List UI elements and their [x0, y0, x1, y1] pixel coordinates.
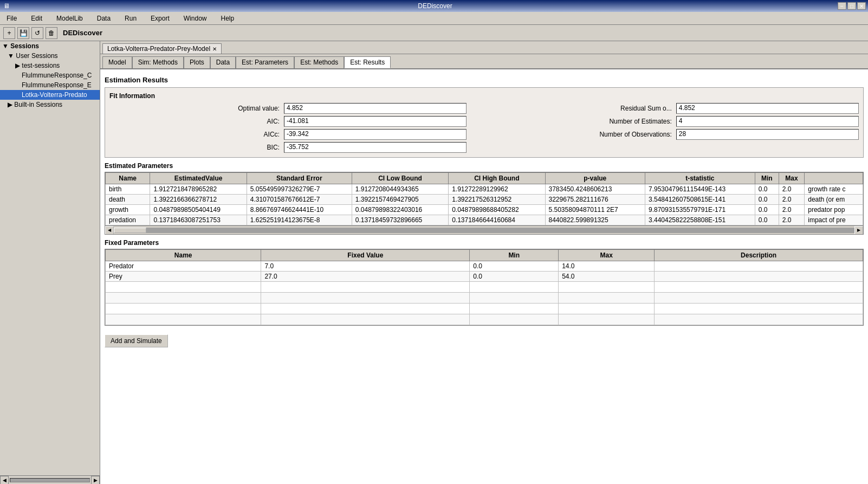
fixed-param-empty-cell: [655, 293, 863, 304]
user-sessions-node[interactable]: ▼ User Sessions: [0, 51, 100, 61]
col-min: Min: [755, 173, 779, 184]
estimated-param-cell-9: death (or em: [805, 195, 863, 205]
estimated-param-cell-6: 3.440425822258808E-151: [645, 215, 755, 225]
residual-label: Residual Sum o...: [471, 105, 672, 112]
estimated-params-hscrollbar[interactable]: ◀ ▶: [105, 225, 863, 234]
estimated-param-cell-0: birth: [106, 184, 150, 195]
maximize-button[interactable]: □: [847, 2, 856, 10]
estimated-params-scroll[interactable]: Name EstimatedValue Standard Error CI Lo…: [105, 172, 864, 235]
estimated-param-cell-7: 0.0: [755, 215, 779, 225]
new-button[interactable]: +: [3, 27, 15, 39]
estimated-param-row: predation0.137184630872517531.6252519141…: [106, 215, 863, 225]
tab-data[interactable]: Data: [210, 56, 236, 68]
menu-file[interactable]: File: [2, 14, 21, 23]
content-area: Lotka-Volterra-Predator-Prey-Model ✕ Mod…: [100, 41, 868, 484]
menu-window[interactable]: Window: [179, 14, 211, 23]
menu-export[interactable]: Export: [146, 14, 174, 23]
panel-tab-bar: Model Sim: Methods Plots Data Est: Param…: [100, 54, 868, 69]
num-obs-label: Number of Observations:: [471, 131, 672, 138]
fit-information-section: Fit Information Optimal value: 4.852 Res…: [105, 87, 864, 158]
estimated-param-cell-7: 0.0: [755, 184, 779, 195]
close-button[interactable]: ✕: [857, 2, 866, 10]
fixed-param-empty-cell: [470, 304, 559, 314]
built-in-label: Built-in Sessions: [14, 101, 62, 108]
app-title: DEDiscover: [63, 29, 102, 37]
fixed-param-cell-3: 54.0: [559, 272, 655, 282]
estimated-param-cell-5: 5.50358094870111 2E7: [545, 205, 645, 215]
fixed-params-section: Fixed Parameters Name Fixed Value Min Ma…: [105, 239, 864, 326]
estimated-param-row: growth0.048798985054041498.8667697466244…: [106, 205, 863, 215]
menu-data[interactable]: Data: [93, 14, 115, 23]
tab-model[interactable]: Model: [102, 56, 132, 68]
tab-est-parameters[interactable]: Est: Parameters: [236, 56, 294, 68]
estimated-params-section: Estimated Parameters Name EstimatedValue…: [105, 162, 864, 235]
refresh-button[interactable]: ↺: [31, 27, 43, 39]
test-sessions-node[interactable]: ▶ test-sessions: [0, 61, 100, 70]
estimated-param-cell-4: 1.392217526312952: [449, 195, 545, 205]
fixed-param-cell-3: 14.0: [559, 261, 655, 272]
optimal-label: Optimal value:: [109, 105, 280, 112]
estimated-param-cell-5: 8440822.599891325: [545, 215, 645, 225]
estimated-param-cell-6: 7.953047961115449E-143: [645, 184, 755, 195]
num-estimates-value: 4: [676, 116, 859, 127]
fixed-params-title: Fixed Parameters: [105, 239, 864, 247]
hscroll-thumb[interactable]: [114, 228, 146, 233]
menu-edit[interactable]: Edit: [27, 14, 47, 23]
built-in-sessions-node[interactable]: ▶ Built-in Sessions: [0, 100, 100, 109]
col-estimated-value: EstimatedValue: [150, 173, 247, 184]
estimated-param-cell-8: 2.0: [779, 184, 805, 195]
menu-run[interactable]: Run: [120, 14, 141, 23]
doc-tab-close[interactable]: ✕: [212, 46, 217, 52]
user-sessions-collapse-icon: ▼: [8, 52, 16, 60]
sidebar-item-2[interactable]: Lotka-Volterra-Predato: [0, 90, 100, 100]
num-estimates-label: Number of Estimates:: [471, 118, 672, 125]
hscroll-left-btn[interactable]: ◀: [105, 226, 114, 235]
doc-tab-lotka[interactable]: Lotka-Volterra-Predator-Prey-Model ✕: [102, 43, 222, 54]
col-t-stat: t-statistic: [645, 173, 755, 184]
tab-plots[interactable]: Plots: [184, 56, 210, 68]
estimated-param-cell-9: impact of pre: [805, 215, 863, 225]
fixed-param-empty-row: [106, 282, 863, 293]
sidebar-scrollbar: ◀ ▶: [0, 475, 100, 484]
test-sessions-collapse-icon: ▶: [15, 62, 22, 69]
tab-est-methods[interactable]: Est: Methods: [294, 56, 344, 68]
fixed-param-empty-cell: [470, 282, 559, 293]
sidebar-item-0[interactable]: FluImmuneResponse_C: [0, 70, 100, 80]
hscroll-track[interactable]: [114, 228, 854, 233]
fixed-param-empty-cell: [559, 293, 655, 304]
delete-button[interactable]: 🗑: [46, 27, 57, 39]
doc-tab-label: Lotka-Volterra-Predator-Prey-Model: [107, 45, 210, 53]
estimated-param-cell-7: 0.0: [755, 195, 779, 205]
estimated-param-cell-1: 0.13718463087251753: [150, 215, 247, 225]
hscroll-right-btn[interactable]: ▶: [854, 226, 863, 235]
tab-est-results[interactable]: Est: Results: [344, 56, 391, 68]
sidebar-scroll-left[interactable]: ◀: [0, 476, 9, 485]
menu-help[interactable]: Help: [216, 14, 238, 23]
estimated-param-cell-2: 5.055495997326279E-7: [247, 184, 352, 195]
bic-label: BIC:: [109, 144, 280, 151]
col-name: Name: [106, 173, 150, 184]
estimated-param-row: death1.39221663662787124.310701587676612…: [106, 195, 863, 205]
item-2-label: Lotka-Volterra-Predato: [22, 91, 87, 99]
fixed-params-scroll[interactable]: Name Fixed Value Min Max Description Pre…: [105, 249, 864, 326]
estimated-param-cell-0: death: [106, 195, 150, 205]
menu-modellib[interactable]: ModelLib: [52, 14, 87, 23]
title-bar: 🖥 DEDiscover − □ ✕: [0, 0, 868, 12]
add-simulate-button[interactable]: Add and Simulate: [105, 334, 168, 347]
fixed-param-row: Prey27.00.054.0: [106, 272, 863, 282]
fixed-param-empty-cell: [261, 314, 470, 325]
minimize-button[interactable]: −: [838, 2, 846, 10]
sessions-root[interactable]: ▼ Sessions: [0, 41, 100, 51]
fixed-param-empty-cell: [559, 314, 655, 325]
refresh-icon: ↺: [35, 29, 40, 37]
sidebar-item-1[interactable]: FluImmuneResponse_E: [0, 80, 100, 90]
tab-sim-methods[interactable]: Sim: Methods: [132, 56, 184, 68]
fp-col-name: Name: [106, 250, 261, 261]
fixed-param-cell-4: [655, 272, 863, 282]
fit-info-title: Fit Information: [109, 92, 859, 100]
bic-value: -35.752: [284, 142, 467, 153]
sidebar-scroll-right[interactable]: ▶: [91, 476, 100, 485]
aic-label: AIC:: [109, 118, 280, 125]
sidebar-scroll-track[interactable]: [10, 478, 90, 482]
save-button[interactable]: 💾: [17, 27, 29, 39]
